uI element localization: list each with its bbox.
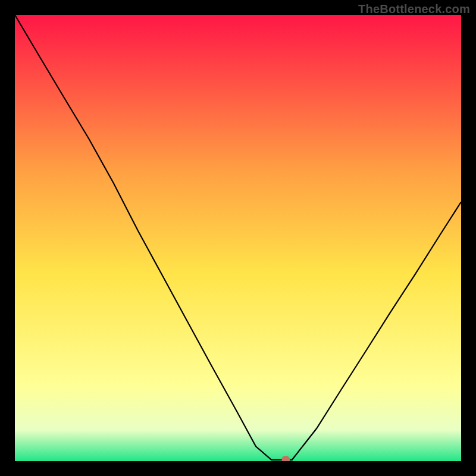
watermark-text: TheBottleneck.com xyxy=(358,2,470,16)
bottleneck-plot xyxy=(15,15,461,461)
plot-background xyxy=(15,15,461,461)
chart-frame: TheBottleneck.com xyxy=(0,0,476,476)
plot-svg xyxy=(15,15,461,461)
